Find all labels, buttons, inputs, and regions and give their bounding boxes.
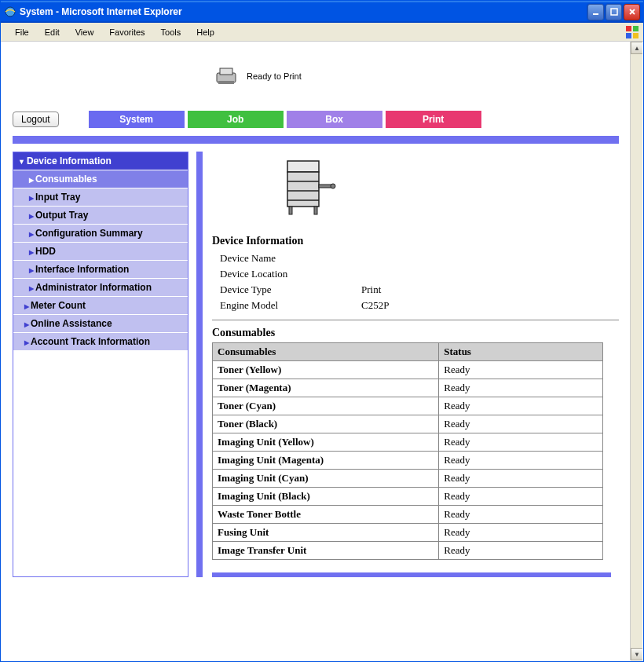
consumable-name: Image Transfer Unit <box>213 542 439 560</box>
content-pane: Device Information Device Name Device Lo… <box>196 152 619 577</box>
scroll-down-button[interactable]: ▼ <box>631 648 642 660</box>
svg-point-0 <box>5 7 15 16</box>
device-info-grid: Device Name Device Location Device TypeP… <box>220 251 619 313</box>
sidebar-item-output-tray[interactable]: Output Tray <box>13 206 188 224</box>
consumables-table: Consumables Status Toner (Yellow)ReadyTo… <box>212 342 603 560</box>
device-name-label: Device Name <box>220 252 361 265</box>
status-row: Ready to Print <box>2 42 630 111</box>
table-row: Imaging Unit (Cyan)Ready <box>213 470 603 488</box>
consumable-status: Ready <box>439 524 603 542</box>
menu-edit[interactable]: Edit <box>37 25 68 39</box>
col-consumables: Consumables <box>213 343 439 361</box>
table-row: Toner (Black)Ready <box>213 415 603 433</box>
sidebar-item-online-assist[interactable]: Online Assistance <box>13 314 188 332</box>
table-row: Imaging Unit (Magenta)Ready <box>213 452 603 470</box>
consumable-status: Ready <box>439 433 603 452</box>
svg-rect-5 <box>626 33 631 38</box>
sidebar-item-interface-info[interactable]: Interface Information <box>13 260 188 278</box>
svg-rect-6 <box>633 33 639 38</box>
logout-button[interactable]: Logout <box>13 112 59 127</box>
consumable-name: Imaging Unit (Magenta) <box>213 452 439 470</box>
svg-rect-9 <box>218 81 234 84</box>
status-text: Ready to Print <box>247 71 302 81</box>
consumable-name: Imaging Unit (Black) <box>213 488 439 506</box>
consumable-status: Ready <box>439 542 603 560</box>
svg-rect-3 <box>626 26 631 31</box>
svg-rect-11 <box>287 172 319 207</box>
main-layout: Device Information Consumables Input Tra… <box>2 144 630 577</box>
consumable-status: Ready <box>439 452 603 470</box>
svg-rect-10 <box>287 161 319 172</box>
consumable-status: Ready <box>439 415 603 433</box>
sidebar-item-account-track[interactable]: Account Track Information <box>13 332 188 350</box>
tab-job[interactable]: Job <box>188 111 284 128</box>
consumables-heading: Consumables <box>212 327 619 339</box>
consumable-name: Imaging Unit (Cyan) <box>213 470 439 488</box>
consumable-status: Ready <box>439 379 603 397</box>
ie-icon <box>4 5 16 18</box>
consumable-name: Waste Toner Bottle <box>213 506 439 524</box>
sidebar-item-hdd[interactable]: HDD <box>13 242 188 260</box>
menu-tools[interactable]: Tools <box>153 25 189 39</box>
table-row: Waste Toner BottleReady <box>213 506 603 524</box>
sidebar-group-device-info[interactable]: Device Information <box>13 152 188 170</box>
svg-rect-1 <box>593 13 598 15</box>
consumable-status: Ready <box>439 488 603 506</box>
consumable-status: Ready <box>439 470 603 488</box>
consumable-status: Ready <box>439 397 603 415</box>
printer-status-icon <box>214 65 239 87</box>
device-type-label: Device Type <box>220 283 361 296</box>
consumable-name: Imaging Unit (Yellow) <box>213 433 439 452</box>
close-button[interactable] <box>624 4 640 20</box>
device-type-value: Print <box>361 283 381 296</box>
tab-print[interactable]: Print <box>386 111 481 128</box>
sidebar-item-admin-info[interactable]: Administrator Information <box>13 278 188 296</box>
content-area: ▲ ▼ Ready to Print Logout System Job Box… <box>2 42 642 660</box>
sidebar-item-input-tray[interactable]: Input Tray <box>13 188 188 206</box>
tab-system[interactable]: System <box>89 111 185 128</box>
consumable-name: Toner (Cyan) <box>213 397 439 415</box>
device-location-label: Device Location <box>220 268 361 280</box>
table-row: Toner (Magenta)Ready <box>213 379 603 397</box>
consumable-status: Ready <box>439 506 603 524</box>
sidebar-item-meter-count[interactable]: Meter Count <box>13 296 188 314</box>
scroll-up-button[interactable]: ▲ <box>631 42 642 54</box>
table-row: Fusing UnitReady <box>213 524 603 542</box>
consumable-name: Toner (Black) <box>213 415 439 433</box>
device-info-heading: Device Information <box>212 235 619 247</box>
divider <box>212 320 619 320</box>
minimize-button[interactable] <box>587 4 604 20</box>
sidebar-item-consumables[interactable]: Consumables <box>13 170 188 188</box>
vertical-scrollbar[interactable]: ▲ ▼ <box>630 42 642 660</box>
table-row: Toner (Yellow)Ready <box>213 361 603 379</box>
svg-rect-2 <box>611 9 617 15</box>
printer-device-icon <box>283 156 338 222</box>
table-row: Imaging Unit (Yellow)Ready <box>213 433 603 452</box>
consumable-name: Toner (Yellow) <box>213 361 439 379</box>
window-buttons <box>587 4 640 20</box>
svg-rect-8 <box>220 68 232 75</box>
consumable-name: Toner (Magenta) <box>213 379 439 397</box>
table-row: Image Transfer UnitReady <box>213 542 603 560</box>
svg-rect-4 <box>633 26 639 31</box>
table-row: Imaging Unit (Black)Ready <box>213 488 603 506</box>
col-status: Status <box>439 343 603 361</box>
window: System - Microsoft Internet Explorer Fil… <box>0 0 644 662</box>
engine-model-label: Engine Model <box>220 299 361 312</box>
tab-box[interactable]: Box <box>287 111 382 128</box>
menubar: File Edit View Favorites Tools Help <box>1 23 643 42</box>
engine-model-value: C252P <box>361 299 389 312</box>
svg-point-16 <box>331 184 335 188</box>
table-row: Toner (Cyan)Ready <box>213 397 603 415</box>
window-title: System - Microsoft Internet Explorer <box>20 6 587 17</box>
menu-help[interactable]: Help <box>188 25 222 39</box>
svg-rect-18 <box>314 207 317 214</box>
sidebar-item-config-summary[interactable]: Configuration Summary <box>13 224 188 242</box>
menu-view[interactable]: View <box>68 25 102 39</box>
titlebar: System - Microsoft Internet Explorer <box>1 1 643 23</box>
menu-file[interactable]: File <box>7 25 37 39</box>
windows-flag-icon <box>624 24 640 40</box>
sidebar: Device Information Consumables Input Tra… <box>13 152 188 577</box>
maximize-button[interactable] <box>606 4 622 20</box>
menu-favorites[interactable]: Favorites <box>101 25 152 39</box>
